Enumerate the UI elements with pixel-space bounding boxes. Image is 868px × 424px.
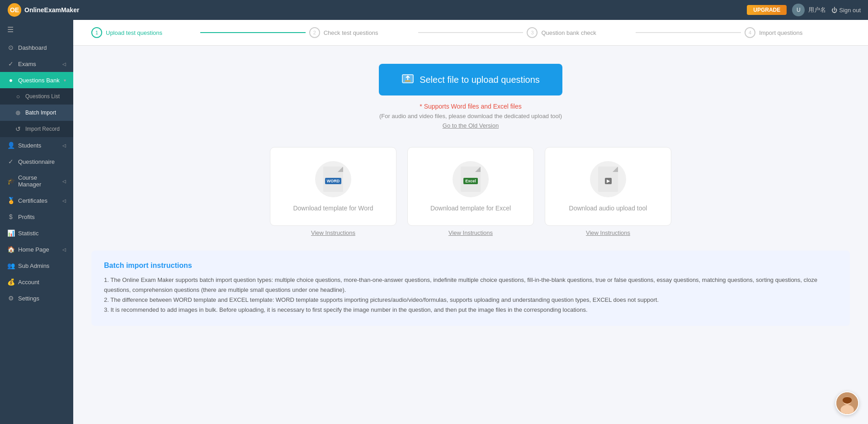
power-icon: ⏻ xyxy=(831,7,837,14)
sidebar-item-sub-admins[interactable]: 👥 Sub Admins xyxy=(0,257,73,274)
signout-label: Sign out xyxy=(839,7,861,14)
sidebar-item-dashboard[interactable]: ⊙ Dashboard xyxy=(0,39,73,56)
sidebar-item-profits[interactable]: $ Profits xyxy=(0,209,73,225)
sidebar-item-questions-list[interactable]: ○ Questions List xyxy=(0,88,73,105)
sidebar-item-label: Home Page xyxy=(18,246,49,253)
questions-bank-submenu: ○ Questions List ⊕ Batch Import ↺ Import… xyxy=(0,88,73,137)
step-1: 1 Upload test questions xyxy=(91,27,197,38)
word-label: WORD xyxy=(325,178,342,184)
floating-avatar[interactable] xyxy=(835,391,859,415)
chevron-right-icon: ◁ xyxy=(62,179,66,184)
user-area: U 用户名 xyxy=(792,4,826,16)
sidebar-item-label: Course Manager xyxy=(18,174,59,188)
audio-view-instructions[interactable]: View Instructions xyxy=(545,229,671,236)
instructions-text: 1. The Online Exam Maker supports batch … xyxy=(104,275,837,315)
account-icon: 💰 xyxy=(7,278,14,286)
sidebar-item-batch-import[interactable]: ⊕ Batch Import xyxy=(0,105,73,121)
sidebar-item-students[interactable]: 👤 Students ◁ xyxy=(0,137,73,153)
sidebar-subitem-label: Questions List xyxy=(25,93,60,100)
excel-view-instructions[interactable]: View Instructions xyxy=(407,229,534,236)
excel-card-wrapper: Excel Download template for Excel View I… xyxy=(407,147,534,236)
word-view-instructions[interactable]: View Instructions xyxy=(270,229,396,236)
topbar: OE OnlineExamMaker UPGRADE U 用户名 ⏻ Sign … xyxy=(0,0,868,20)
profits-icon: $ xyxy=(7,213,14,220)
sidebar-item-label: Account xyxy=(18,279,39,286)
select-file-button[interactable]: Select file to upload questions xyxy=(379,64,562,95)
sidebar-item-label: Certificates xyxy=(18,197,47,204)
excel-download-card[interactable]: Excel Download template for Excel xyxy=(407,147,534,226)
chevron-down-icon: ▾ xyxy=(64,78,66,83)
sidebar-item-import-record[interactable]: ↺ Import Record xyxy=(0,121,73,137)
upload-icon xyxy=(401,72,414,87)
word-download-label: Download template for Word xyxy=(288,205,378,212)
sidebar-item-home-page[interactable]: 🏠 Home Page ◁ xyxy=(0,241,73,257)
instruction-line-1: 1. The Online Exam Maker supports batch … xyxy=(104,275,837,295)
sidebar-subitem-label: Batch Import xyxy=(25,110,56,116)
list-icon: ○ xyxy=(14,93,22,100)
chevron-right-icon: ◁ xyxy=(62,247,66,252)
step-4-label: Import questions xyxy=(759,29,802,36)
statistic-icon: 📊 xyxy=(7,229,14,237)
word-file-icon: WORD xyxy=(323,167,343,192)
questions-bank-icon: ● xyxy=(7,76,14,84)
sidebar-item-certificates[interactable]: 🏅 Certificates ◁ xyxy=(0,192,73,209)
word-download-card[interactable]: WORD Download template for Word xyxy=(270,147,396,226)
avatar: U xyxy=(792,4,805,16)
step-1-circle: 1 xyxy=(91,27,102,38)
sidebar-item-settings[interactable]: ⚙ Settings xyxy=(0,290,73,306)
sidebar: ☰ ⊙ Dashboard ✓ Exams ◁ ● Questions Bank… xyxy=(0,20,73,424)
upload-note: * Supports Word files and Excel files xyxy=(91,103,850,110)
topbar-right: UPGRADE U 用户名 ⏻ Sign out xyxy=(747,4,861,16)
signout-button[interactable]: ⏻ Sign out xyxy=(831,7,861,14)
upload-sub: (For audio and video files, please downl… xyxy=(91,113,850,119)
instructions-box: Batch import instructions 1. The Online … xyxy=(91,251,850,326)
layout: ☰ ⊙ Dashboard ✓ Exams ◁ ● Questions Bank… xyxy=(0,20,868,424)
step-4: 4 Import questions xyxy=(745,27,850,38)
step-1-label: Upload test questions xyxy=(106,29,162,36)
sidebar-item-exams[interactable]: ✓ Exams ◁ xyxy=(0,56,73,72)
sidebar-item-label: Sub Admins xyxy=(18,262,49,269)
step-line-1 xyxy=(200,32,306,33)
exams-icon: ✓ xyxy=(7,60,14,67)
excel-file-icon: Excel xyxy=(461,167,481,192)
audio-file-icon: ▶ xyxy=(598,167,618,192)
logo-text: OnlineExamMaker xyxy=(24,6,79,14)
sidebar-item-questions-bank[interactable]: ● Questions Bank ▾ xyxy=(0,72,73,88)
batch-icon: ⊕ xyxy=(14,109,22,116)
content-area: Select file to upload questions * Suppor… xyxy=(73,46,868,424)
svg-point-8 xyxy=(843,397,852,404)
select-file-label: Select file to upload questions xyxy=(420,75,540,85)
file-corner xyxy=(613,167,618,172)
chevron-right-icon: ◁ xyxy=(62,198,66,203)
word-card-wrapper: WORD Download template for Word View Ins… xyxy=(270,147,396,236)
svg-text:OE: OE xyxy=(10,6,19,14)
step-2-circle: 2 xyxy=(309,27,320,38)
old-version-link[interactable]: Go to the Old Version xyxy=(91,122,850,129)
sidebar-subitem-label: Import Record xyxy=(25,126,60,132)
record-icon: ↺ xyxy=(14,125,22,133)
file-corner xyxy=(338,167,343,172)
step-2-label: Check test questions xyxy=(324,29,378,36)
upgrade-button[interactable]: UPGRADE xyxy=(747,5,787,15)
sidebar-item-label: Questions Bank xyxy=(18,77,60,84)
instruction-line-3: 3. It is recommended to add images in bu… xyxy=(104,305,837,315)
sidebar-item-label: Questionnaire xyxy=(18,158,55,165)
settings-icon: ⚙ xyxy=(7,295,14,302)
sidebar-item-questionnaire[interactable]: ✓ Questionnaire xyxy=(0,153,73,170)
svg-point-7 xyxy=(840,405,854,415)
excel-download-label: Download template for Excel xyxy=(426,205,515,212)
audio-file-icon-wrapper: ▶ xyxy=(590,161,626,197)
audio-download-card[interactable]: ▶ Download audio upload tool xyxy=(545,147,671,226)
sidebar-item-account[interactable]: 💰 Account xyxy=(0,274,73,290)
chevron-right-icon: ◁ xyxy=(62,62,66,67)
hamburger-button[interactable]: ☰ xyxy=(0,20,73,39)
main-content: 1 Upload test questions 2 Check test que… xyxy=(73,20,868,424)
sidebar-item-course-manager[interactable]: 🎓 Course Manager ◁ xyxy=(0,170,73,192)
sidebar-item-label: Profits xyxy=(18,214,35,220)
sidebar-item-label: Statistic xyxy=(18,230,39,237)
audio-card-wrapper: ▶ Download audio upload tool View Instru… xyxy=(545,147,671,236)
step-3: 3 Question bank check xyxy=(527,27,632,38)
sidebar-item-statistic[interactable]: 📊 Statistic xyxy=(0,225,73,241)
word-file-icon-wrapper: WORD xyxy=(315,161,351,197)
sidebar-item-label: Exams xyxy=(18,61,36,67)
